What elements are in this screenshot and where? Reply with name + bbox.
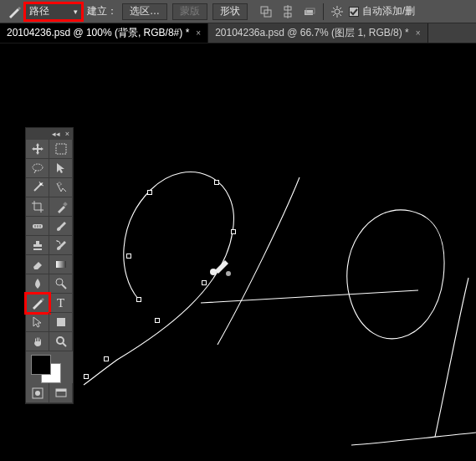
- path-anchor[interactable]: [231, 229, 236, 234]
- svg-point-29: [56, 279, 63, 285]
- path-anchor[interactable]: [126, 254, 131, 259]
- screenmode-tool-icon[interactable]: [49, 383, 73, 403]
- svg-point-19: [33, 164, 43, 171]
- toolbox-panel: ◂◂ × T: [25, 127, 74, 404]
- shape-tool-icon[interactable]: [49, 313, 73, 332]
- healing-brush-tool-icon[interactable]: [26, 217, 49, 236]
- chevron-down-icon: ▾: [74, 8, 78, 16]
- collapse-icon[interactable]: ◂◂: [52, 130, 60, 138]
- path-anchor[interactable]: [155, 318, 160, 323]
- svg-rect-37: [56, 389, 66, 392]
- svg-rect-31: [57, 318, 65, 326]
- quickmask-tool-icon[interactable]: [26, 383, 49, 403]
- canvas[interactable]: ◂◂ × T: [0, 44, 476, 461]
- svg-point-7: [335, 9, 340, 14]
- pen-tool-indicator[interactable]: [3, 3, 25, 21]
- path-anchor[interactable]: [84, 374, 89, 379]
- gradient-tool-icon[interactable]: [49, 255, 73, 274]
- checkbox-checked-icon: [349, 7, 359, 17]
- dodge-tool-icon[interactable]: [49, 274, 73, 294]
- foreground-color-swatch[interactable]: [31, 355, 51, 375]
- svg-point-17: [226, 271, 231, 276]
- document-tab[interactable]: 20104236a.psd @ 66.7% (图层 1, RGB/8) * ×: [208, 23, 427, 43]
- blur-tool-icon[interactable]: [26, 274, 49, 294]
- path-selection-tool-icon[interactable]: [26, 313, 49, 332]
- svg-rect-28: [56, 261, 66, 268]
- type-tool-icon[interactable]: T: [49, 294, 73, 313]
- path-anchor[interactable]: [147, 190, 152, 195]
- toolbox-header[interactable]: ◂◂ ×: [26, 128, 73, 140]
- svg-line-15: [340, 8, 341, 9]
- brush-cursor-icon: [203, 255, 237, 289]
- tool-mode-dropdown[interactable]: 路径 ▾: [25, 3, 82, 20]
- close-icon[interactable]: ×: [196, 28, 201, 38]
- history-brush-tool-icon[interactable]: [49, 236, 73, 255]
- magic-wand-tool-icon[interactable]: [26, 178, 49, 197]
- svg-line-13: [340, 14, 341, 16]
- eraser-tool-icon[interactable]: [26, 255, 49, 274]
- path-anchor[interactable]: [104, 356, 109, 361]
- hand-tool-icon[interactable]: [26, 332, 49, 351]
- svg-line-33: [63, 343, 66, 346]
- marquee-tool-icon[interactable]: [49, 140, 73, 159]
- close-icon[interactable]: ×: [416, 28, 421, 38]
- auto-add-delete-toggle[interactable]: 自动添加/删: [349, 4, 415, 18]
- eyedropper-tool-icon[interactable]: [49, 197, 73, 217]
- path-arrange-icon[interactable]: [301, 3, 318, 20]
- path-combine-icon[interactable]: [258, 3, 274, 20]
- brush-tool-icon[interactable]: [49, 217, 73, 236]
- svg-line-12: [333, 8, 335, 9]
- tool-mode-value: 路径: [29, 4, 49, 18]
- svg-line-30: [62, 284, 66, 289]
- crop-tool-icon[interactable]: [26, 197, 49, 217]
- selection-arrow-icon[interactable]: [49, 159, 73, 178]
- svg-point-32: [57, 337, 64, 344]
- document-tabs: 20104236.psd @ 100% (背景, RGB/8#) * × 201…: [0, 23, 476, 44]
- color-swatch[interactable]: [26, 351, 73, 383]
- make-mask-button[interactable]: 蒙版: [172, 3, 207, 20]
- svg-line-14: [333, 14, 335, 16]
- svg-rect-27: [33, 248, 42, 250]
- make-shape-button[interactable]: 形状: [212, 3, 248, 20]
- separator: [323, 3, 324, 20]
- svg-rect-18: [56, 144, 66, 154]
- close-icon[interactable]: ×: [65, 130, 69, 138]
- document-tab-active[interactable]: 20104236.psd @ 100% (背景, RGB/8#) * ×: [0, 23, 208, 43]
- svg-rect-22: [63, 202, 68, 207]
- options-bar: 路径 ▾ 建立： 选区… 蒙版 形状 自动添加/删: [0, 0, 476, 23]
- quick-select-tool-icon[interactable]: [49, 178, 73, 197]
- move-tool-icon[interactable]: [26, 140, 49, 159]
- gear-icon[interactable]: [329, 3, 345, 20]
- svg-point-21: [58, 182, 61, 186]
- lasso-tool-icon[interactable]: [26, 159, 49, 178]
- svg-point-35: [35, 391, 40, 396]
- build-label: 建立：: [87, 4, 117, 18]
- stamp-tool-icon[interactable]: [26, 236, 49, 255]
- path-anchor[interactable]: [214, 180, 219, 185]
- make-selection-button[interactable]: 选区…: [122, 3, 167, 20]
- pen-tool-icon[interactable]: [26, 294, 49, 313]
- zoom-tool-icon[interactable]: [49, 332, 73, 351]
- path-anchor[interactable]: [136, 297, 141, 302]
- path-align-icon[interactable]: [279, 3, 296, 20]
